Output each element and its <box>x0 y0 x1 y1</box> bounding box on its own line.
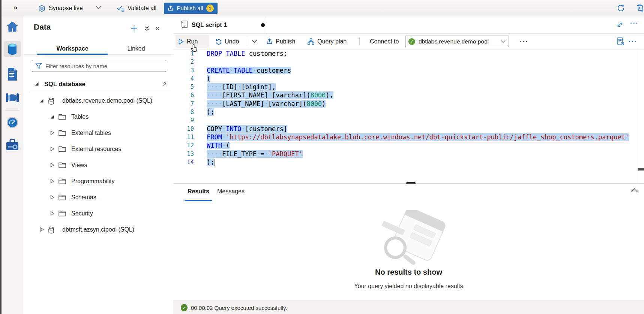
unsaved-changes-dot <box>261 23 265 27</box>
tree-item-dbtmsft-azsyn-cipool-sql[interactable]: dbtmsft.azsyn.cipool (SQL) <box>23 221 173 238</box>
caret-expanded-icon[interactable] <box>35 82 39 86</box>
selection-highlight: ); <box>207 158 214 166</box>
caret-expanded-icon[interactable] <box>39 98 44 103</box>
connect-more-icon[interactable]: ··· <box>517 35 531 48</box>
validate-all-label: Validate all <box>128 5 156 12</box>
nav-develop-icon[interactable] <box>4 65 21 83</box>
code-line-5[interactable]: 5····[ID]·[bigint], <box>173 83 644 91</box>
tree-item-external-resources[interactable]: External resources <box>23 141 173 157</box>
publish-label: Publish <box>276 38 295 45</box>
run-play-icon <box>179 39 184 45</box>
caret-collapsed-icon[interactable] <box>50 211 55 216</box>
code-line-9[interactable]: 9 <box>173 116 644 124</box>
code-line-7[interactable]: 7····[LAST_NAME]·[varchar](8000) <box>173 100 644 108</box>
collapse-panel-icon[interactable]: « <box>155 24 159 32</box>
editor-scrollbar-track[interactable] <box>638 49 638 183</box>
undo-dropdown-chevron-icon[interactable] <box>249 35 260 48</box>
toolbar-divider <box>247 37 247 45</box>
expand-panel-icon[interactable]: » <box>14 3 18 12</box>
tree-item-label: Security <box>71 210 93 217</box>
connect-to-label: Connect to <box>367 35 402 48</box>
results-body: No results to show Your query yielded no… <box>173 202 644 301</box>
script-properties-icon[interactable] <box>617 35 624 48</box>
expand-editor-icon[interactable] <box>616 21 623 28</box>
code-line-1[interactable]: 1DROP TABLE customers; <box>173 49 644 58</box>
code-line-13[interactable]: 13····FILE_TYPE·=·'PARQUET' <box>173 150 644 158</box>
caret-collapsed-icon[interactable] <box>50 163 55 168</box>
code-line-3[interactable]: 3CREATE·TABLE·customers <box>173 66 644 75</box>
tree-item-views[interactable]: Views <box>23 157 173 173</box>
undo-button[interactable]: Undo <box>212 35 242 48</box>
tab-results[interactable]: Results <box>188 188 209 195</box>
selection-highlight: ( <box>207 75 210 82</box>
toolbar-divider-2 <box>359 37 360 45</box>
code-line-4[interactable]: 4( <box>173 75 644 83</box>
code-line-content: ( <box>207 75 210 83</box>
caret-expanded-icon[interactable] <box>50 114 55 120</box>
sql-editor-pane: SQL script 1 ··· Run Undo <box>173 16 644 314</box>
query-plan-button[interactable]: Query plan <box>305 35 350 48</box>
code-line-content: ····[FIRST_NAME]·[varchar](8000), <box>207 91 333 99</box>
toolbar-more-icon[interactable]: ··· <box>626 35 640 48</box>
tree-root-sql-database[interactable]: SQL database 2 <box>23 77 173 91</box>
tree-item-tables[interactable]: Tables <box>23 109 173 125</box>
selection-highlight: ····FILE_TYPE·=·'PARQUET' <box>207 150 303 158</box>
filter-resources-input[interactable] <box>45 63 162 70</box>
publish-button[interactable]: Publish <box>263 35 298 48</box>
nav-monitor-icon[interactable] <box>4 115 21 130</box>
tree-item-schemas[interactable]: Schemas <box>23 189 173 205</box>
tab-messages[interactable]: Messages <box>217 188 245 195</box>
nav-data-icon[interactable] <box>4 41 21 57</box>
caret-collapsed-icon[interactable] <box>39 227 44 232</box>
refresh-icon[interactable] <box>617 4 625 12</box>
tree-item-label: External tables <box>71 130 111 136</box>
code-line-10[interactable]: 10COPY·INTO·[customers] <box>173 125 644 133</box>
code-line-14[interactable]: 14); <box>173 158 644 166</box>
discard-trash-icon[interactable] <box>636 4 644 12</box>
caret-collapsed-icon[interactable] <box>50 130 55 136</box>
document-tab-bar: SQL script 1 ··· <box>173 16 644 34</box>
tab-workspace[interactable]: Workspace <box>37 43 108 55</box>
folder-icon <box>59 211 66 217</box>
results-active-underline <box>185 200 212 201</box>
code-line-12[interactable]: 12WITH·( <box>173 141 644 150</box>
undo-label: Undo <box>225 38 239 45</box>
tree-item-external-tables[interactable]: External tables <box>23 125 173 141</box>
tab-more-icon[interactable]: ··· <box>630 19 639 27</box>
line-number: 14 <box>173 158 194 166</box>
tree-item-security[interactable]: Security <box>23 205 173 221</box>
line-number: 3 <box>173 66 194 75</box>
add-resource-icon[interactable] <box>131 25 138 32</box>
sql-code-editor[interactable]: 1DROP TABLE customers;23CREATE·TABLE·cus… <box>173 49 644 183</box>
tree-item-dbtlabs-revenue-demo-pool-sql[interactable]: dbtlabs.revenue.demo.pool (SQL) <box>23 93 173 109</box>
line-number: 8 <box>173 108 194 116</box>
code-line-2[interactable]: 2 <box>173 58 644 66</box>
caret-collapsed-icon[interactable] <box>50 147 55 152</box>
nav-home-icon[interactable] <box>4 19 21 34</box>
tab-sql-script-1[interactable]: SQL script 1 <box>176 16 267 33</box>
code-line-11[interactable]: 11FROM·'https://dbtlabsynapsedatalake.bl… <box>173 133 644 141</box>
tree-item-programmability[interactable]: Programmability <box>23 173 173 189</box>
no-results-subtitle: Your query yielded no displayable result… <box>173 283 644 290</box>
code-line-8[interactable]: 8); <box>173 108 644 116</box>
line-number: 9 <box>173 116 194 124</box>
code-line-6[interactable]: 6····[FIRST_NAME]·[varchar](8000), <box>173 91 644 99</box>
publish-all-button[interactable]: Publish all 1 <box>164 3 218 14</box>
folder-icon <box>59 114 66 120</box>
code-line-content: CREATE·TABLE·customers <box>207 66 291 75</box>
tab-linked[interactable]: Linked <box>119 43 153 55</box>
run-button[interactable]: Run <box>176 35 209 48</box>
nav-integrate-icon[interactable] <box>4 90 21 106</box>
caret-collapsed-icon[interactable] <box>50 179 55 184</box>
caret-collapsed-icon[interactable] <box>50 195 55 200</box>
validate-all-button[interactable]: Validate all <box>117 4 156 13</box>
nav-manage-icon[interactable] <box>4 136 21 154</box>
line-number: 1 <box>173 49 194 58</box>
connect-pool-dropdown[interactable]: ✓ dbtlabs.revenue.demo.pool <box>405 36 509 47</box>
editor-scrollbar-mark[interactable] <box>638 168 644 170</box>
line-number: 11 <box>173 133 194 141</box>
mode-chevron-down-icon[interactable] <box>96 6 101 9</box>
collapse-results-chevron-icon[interactable] <box>631 188 638 193</box>
branch-mode-selector[interactable]: Synapse live <box>38 4 83 13</box>
collapse-all-icon[interactable] <box>144 26 150 31</box>
